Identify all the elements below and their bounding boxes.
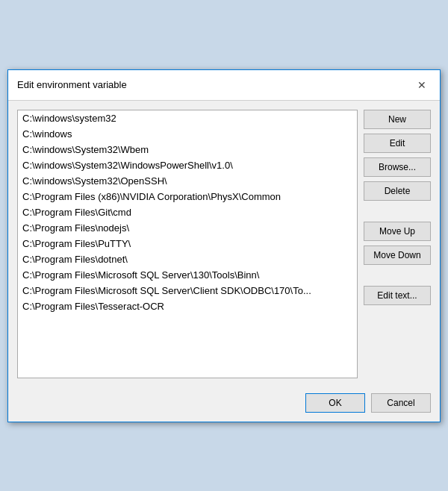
buttons-panel: New Edit Browse... Delete Move Up Move D… [364, 110, 431, 378]
env-variable-list[interactable]: C:\windows\system32C:\windowsC:\windows\… [17, 110, 358, 378]
move-down-button[interactable]: Move Down [364, 246, 431, 265]
list-item[interactable]: C:\Program Files\PuTTY\ [18, 236, 357, 251]
list-item[interactable]: C:\windows\System32\WindowsPowerShell\v1… [18, 157, 357, 173]
list-item[interactable]: C:\Program Files\Git\cmd [18, 204, 357, 220]
list-item[interactable]: C:\Program Files\Microsoft SQL Server\13… [18, 267, 357, 283]
list-item[interactable]: C:\Program Files\nodejs\ [18, 220, 357, 236]
list-item[interactable]: C:\Program Files (x86)\NVIDIA Corporatio… [18, 189, 357, 204]
ok-button[interactable]: OK [305, 393, 365, 413]
list-item[interactable]: C:\Program Files\dotnet\ [18, 251, 357, 267]
list-item[interactable]: C:\windows\system32 [18, 110, 357, 126]
dialog-content: C:\windows\system32C:\windowsC:\windows\… [8, 101, 440, 387]
list-item[interactable]: C:\windows\System32\Wbem [18, 142, 357, 157]
dialog-title: Edit environment variable [17, 79, 127, 90]
edit-button[interactable]: Edit [364, 134, 431, 153]
cancel-button[interactable]: Cancel [371, 393, 431, 413]
edit-env-variable-dialog: Edit environment variable ✕ C:\windows\s… [7, 69, 441, 422]
close-button[interactable]: ✕ [413, 76, 431, 94]
new-button[interactable]: New [364, 110, 431, 129]
delete-button[interactable]: Delete [364, 181, 431, 201]
title-bar: Edit environment variable ✕ [8, 70, 440, 101]
list-item[interactable]: C:\Program Files\Microsoft SQL Server\Cl… [18, 283, 357, 298]
list-item[interactable]: C:\Program Files\Tesseract-OCR [18, 298, 357, 314]
main-area: C:\windows\system32C:\windowsC:\windows\… [17, 110, 431, 378]
list-item[interactable]: C:\windows\System32\OpenSSH\ [18, 173, 357, 189]
list-item[interactable]: C:\windows [18, 126, 357, 142]
dialog-footer: OK Cancel [8, 387, 440, 422]
move-up-button[interactable]: Move Up [364, 222, 431, 241]
browse-button[interactable]: Browse... [364, 157, 431, 177]
edit-text-button[interactable]: Edit text... [364, 286, 431, 305]
